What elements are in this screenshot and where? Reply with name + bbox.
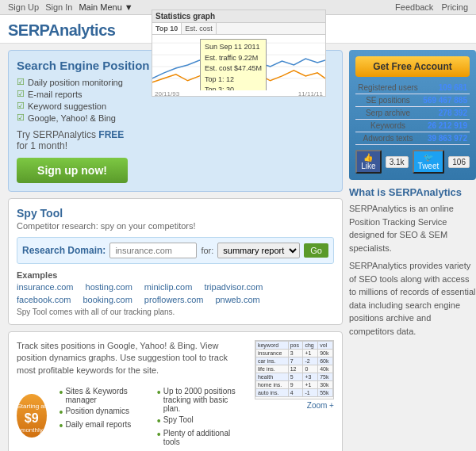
features-box: Track sites positions in Google, Yahoo! … — [8, 331, 343, 451]
stat-row: Keywords 26 212 919 — [355, 120, 470, 132]
stat-label: Registered users — [355, 82, 420, 94]
stat-value: 109 681 — [420, 82, 470, 94]
check-icon: ☑ — [17, 89, 25, 99]
for-label: for: — [201, 246, 213, 255]
features-col1: • Sites & Keywords manager • Position dy… — [60, 387, 149, 449]
get-free-account-button[interactable]: Get Free Account — [355, 56, 470, 77]
hero-left: ☑ Daily position monitoring ☑ E-mail rep… — [17, 77, 136, 183]
tweet-button[interactable]: 🐦 Tweet — [413, 150, 445, 174]
signup-link[interactable]: Sign Up — [8, 2, 39, 12]
research-domain-input[interactable] — [109, 243, 197, 258]
feedback-link[interactable]: Feedback — [395, 2, 433, 12]
price-amount: $9 — [17, 411, 47, 426]
zoom-link[interactable]: Zoom + — [255, 401, 334, 410]
get-free-account-box: Get Free Account Registered users 109 68… — [349, 50, 476, 180]
what-is-box: What is SERPAnalytics SERPAnalytics is a… — [349, 186, 476, 338]
tooltip-cost: Est. cost $47.45M — [205, 63, 262, 75]
stat-value: 26 212 919 — [420, 120, 470, 132]
top-nav-right: Feedback Pricing — [395, 2, 468, 12]
stats-graph-title: Statistics graph — [152, 10, 325, 23]
social-row: 👍 Like 3.1k 🐦 Tweet 106 — [355, 150, 470, 174]
stat-value: 569 467 885 — [420, 94, 470, 107]
main-menu-label: Main Menu — [79, 2, 121, 12]
spy-tool-desc: Competitor research: spy on your competi… — [17, 221, 334, 231]
examples-links: insurance.com hosting.com miniclip.com t… — [17, 282, 334, 292]
tooltip-traffic: Est. traffic 9.22M — [205, 53, 262, 64]
feature-item: • Daily email reports — [60, 420, 149, 431]
price-starting: Starting at — [17, 403, 46, 410]
example-link[interactable]: hosting.com — [86, 282, 132, 292]
main-menu-button[interactable]: Main Menu ▼ — [79, 2, 132, 12]
stat-label: SE positions — [355, 94, 420, 107]
stat-row: Adwords texts 39 863 972 — [355, 132, 470, 145]
price-badge: Starting at $9 monthly — [17, 394, 47, 438]
features-right: keywordposchgvol insurance3+190k car ins… — [255, 340, 334, 451]
bullet-icon: • — [157, 415, 161, 426]
features-description: Track sites positions in Google, Yahoo! … — [17, 340, 247, 376]
free-month-text: Try SERPAnalytics FREE for 1 month! — [17, 129, 136, 151]
check-icon: ☑ — [17, 101, 25, 111]
feature-item: • Up to 2000 positions tracking with bas… — [157, 387, 247, 413]
chevron-down-icon: ▼ — [125, 2, 133, 12]
example-link[interactable]: insurance.com — [17, 282, 74, 292]
example-link[interactable]: tripadvisor.com — [204, 282, 263, 292]
graph-area: Sun Sep 11 2011 Est. traffic 9.22M Est. … — [152, 35, 325, 90]
what-is-paragraph1: SERPAnalytics is an online Position Trac… — [349, 202, 476, 254]
hero-inner: ☑ Daily position monitoring ☑ E-mail rep… — [17, 77, 334, 183]
tweet-count: 106 — [448, 156, 470, 168]
signup-button[interactable]: Sign up now! — [17, 158, 128, 183]
feature-item: • Spy Tool — [157, 415, 247, 426]
feature-item: ☑ Keyword suggestion — [17, 101, 136, 111]
feature-item: • Position dynamics — [60, 407, 149, 418]
graph-tooltip: Sun Sep 11 2011 Est. traffic 9.22M Est. … — [200, 39, 267, 90]
what-is-paragraph2: SERPAnalytics provides variety of SEO to… — [349, 259, 476, 338]
research-domain-label: Research Domain: — [22, 245, 106, 256]
bullet-icon: • — [60, 407, 63, 418]
facebook-like-button[interactable]: 👍 Like — [355, 150, 382, 174]
tooltip-date: Sun Sep 11 2011 — [205, 42, 262, 53]
example-link[interactable]: booking.com — [83, 295, 132, 304]
stat-value: 39 863 972 — [420, 132, 470, 145]
stat-row: Registered users 109 681 — [355, 82, 470, 94]
spy-tool-note: Spy Tool comes with all of our tracking … — [17, 308, 334, 316]
what-is-title: What is SERPAnalytics — [349, 186, 476, 198]
graph-tab-estcost[interactable]: Est. cost — [182, 23, 217, 34]
mini-data-table: keywordposchgvol insurance3+190k car ins… — [255, 341, 333, 397]
go-button[interactable]: Go — [304, 243, 328, 258]
feature-item: ☑ Daily position monitoring — [17, 77, 136, 87]
feature-item: • Sites & Keywords manager — [60, 387, 149, 404]
x-axis-label: 20/11/93 — [155, 90, 179, 97]
pricing-link[interactable]: Pricing — [441, 2, 468, 12]
logo: SERPAnalytics — [8, 21, 115, 39]
tooltip-top3: Top 3: 30 — [205, 85, 262, 90]
research-row: Research Domain: for: summary report det… — [17, 237, 334, 264]
features-columns: • Sites & Keywords manager • Position dy… — [60, 387, 247, 449]
stats-table: Registered users 109 681 SE positions 56… — [355, 82, 470, 145]
hero-features-list: ☑ Daily position monitoring ☑ E-mail rep… — [17, 77, 136, 123]
examples-title: Examples — [17, 270, 334, 280]
main-content: Search Engine Position Tracking Service … — [0, 44, 476, 451]
hero-box: Search Engine Position Tracking Service … — [8, 50, 343, 192]
example-link[interactable]: proflowers.com — [144, 295, 204, 304]
left-column: Search Engine Position Tracking Service … — [8, 50, 343, 451]
spy-tool-box: Spy Tool Competitor research: spy on you… — [8, 198, 343, 325]
stat-label: Keywords — [355, 120, 420, 132]
bullet-icon: • — [60, 420, 63, 431]
what-is-text: SERPAnalytics is an online Position Trac… — [349, 202, 476, 338]
features-col2: • Up to 2000 positions tracking with bas… — [157, 387, 247, 449]
example-link[interactable]: miniclip.com — [144, 282, 193, 292]
stat-row: SE positions 569 467 885 — [355, 94, 470, 107]
price-period: monthly — [21, 426, 43, 434]
signin-link[interactable]: Sign In — [45, 2, 72, 12]
check-icon: ☑ — [17, 113, 25, 123]
features-left: Track sites positions in Google, Yahoo! … — [17, 340, 247, 451]
feature-item: ☑ Google, Yahoo! & Bing — [17, 113, 136, 123]
report-type-select[interactable]: summary report detailed report keyword r… — [217, 243, 300, 258]
example-link[interactable]: facebook.com — [17, 295, 71, 304]
bullet-icon: • — [157, 429, 161, 440]
graph-tab-top10[interactable]: Top 10 — [152, 23, 182, 34]
example-link[interactable]: pnweb.com — [215, 295, 259, 304]
bullet-icon: • — [60, 387, 63, 398]
graph-tabs: Top 10 Est. cost — [152, 23, 325, 35]
right-column: Get Free Account Registered users 109 68… — [349, 50, 476, 451]
